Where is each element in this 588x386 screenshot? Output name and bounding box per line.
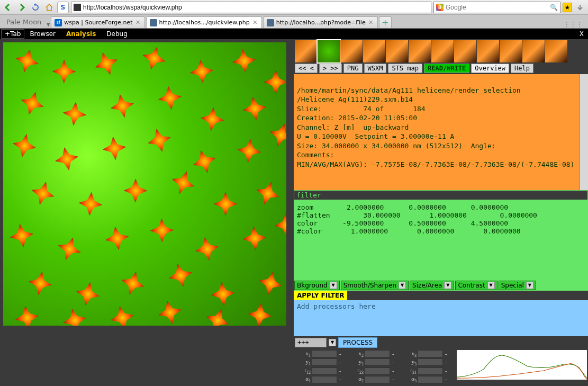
param-y3-label: y3 — [401, 358, 417, 366]
overview-button[interactable]: Overview — [471, 64, 509, 73]
app-menubar: +Tab Browser Analysis Debug X — [0, 29, 588, 39]
readwrite-button[interactable]: READ/WRITE — [424, 64, 469, 73]
chevron-down-icon: ▼ — [444, 282, 451, 289]
param-y2-input[interactable] — [365, 358, 390, 366]
param-y1-input[interactable] — [312, 358, 337, 366]
param-a3-input[interactable] — [418, 376, 443, 383]
chevron-down-icon: ▼ — [487, 282, 495, 289]
thumbnail[interactable] — [545, 40, 567, 62]
thumbnail[interactable] — [431, 40, 454, 62]
thumbnail[interactable] — [454, 40, 476, 62]
param-x3-input[interactable] — [418, 350, 443, 357]
thumbnail-selected[interactable] — [318, 40, 340, 62]
param-x2-input[interactable] — [365, 350, 390, 357]
thumbnail-row — [294, 39, 588, 62]
home-button[interactable] — [43, 2, 55, 13]
menu-debug[interactable]: Debug — [101, 29, 132, 39]
tab-quickview[interactable]: http://localhos.../quickview.php ✕ — [146, 16, 262, 28]
info-size: Size: 34.000000 x 34.000000 nm (512x512)… — [297, 142, 496, 150]
contrast-dropdown[interactable]: Contrast▼ — [455, 281, 497, 290]
param-r23-input[interactable] — [365, 367, 390, 375]
param-r12-input[interactable] — [312, 367, 337, 375]
search-icon[interactable]: 🔍 — [550, 4, 558, 11]
param-a2-input[interactable] — [365, 376, 390, 383]
param-y3-input[interactable] — [418, 358, 443, 366]
plus-input[interactable] — [295, 338, 327, 347]
tab-close-icon[interactable]: ✕ — [368, 20, 374, 26]
thumbnail[interactable] — [477, 40, 499, 62]
back-button[interactable] — [2, 2, 14, 13]
dropdown-row: Bkground▼ Smooth/Sharpen▼ Size/Area▼ Con… — [294, 280, 588, 291]
nav-back-button[interactable]: << < — [295, 64, 318, 73]
param-x1-input[interactable] — [312, 350, 337, 357]
new-tab-button[interactable]: + — [379, 16, 392, 28]
histogram[interactable] — [457, 350, 587, 380]
close-x-button[interactable]: X — [575, 29, 588, 39]
url-input[interactable] — [83, 4, 429, 11]
plus-row: ▼ PROCESS — [294, 336, 588, 349]
special-dropdown[interactable]: Special▼ — [499, 281, 536, 290]
info-slice: Slice: 74 of 184 — [297, 105, 426, 113]
help-button[interactable]: Help — [511, 64, 533, 73]
nav-button-row: << < > >> PNG WSXM STS map READ/WRITE Ov… — [294, 62, 588, 74]
nav-fwd-button[interactable]: > >> — [319, 64, 342, 73]
info-params: U = 0.10000V Setpoint = 3.00000e-11 A — [297, 132, 454, 140]
png-button[interactable]: PNG — [343, 64, 363, 73]
wsxm-button[interactable]: WSXM — [364, 64, 387, 73]
sts-map-button[interactable]: STS map — [388, 64, 422, 73]
param-a2-label: α2 — [348, 375, 364, 383]
stm-image[interactable] — [3, 42, 286, 326]
plus-tab-button[interactable]: +Tab — [1, 29, 24, 39]
param-a3-label: α3 — [401, 375, 417, 383]
bookmark-star-icon[interactable]: ★ — [563, 3, 572, 12]
reload-button[interactable] — [30, 2, 41, 13]
local-favicon-icon — [150, 19, 157, 26]
thumbnail[interactable] — [340, 40, 363, 62]
bkground-dropdown[interactable]: Bkground▼ — [294, 281, 340, 290]
url-bar[interactable] — [71, 2, 431, 13]
smooth-dropdown[interactable]: Smooth/Sharpen▼ — [341, 281, 409, 290]
param-r23-label: r23 — [348, 367, 364, 375]
info-path: /home/martin/sync/data/Ag111_helicene/re… — [297, 86, 521, 94]
chevron-down-icon[interactable]: ▼ — [329, 339, 336, 346]
tab-close-icon[interactable]: ✕ — [252, 20, 258, 26]
thumbnail[interactable] — [409, 40, 431, 62]
thumbnail[interactable] — [295, 40, 317, 62]
tab-file[interactable]: http://localho...php?mode=File ✕ — [263, 16, 378, 28]
workspace: << < > >> PNG WSXM STS map READ/WRITE Ov… — [0, 39, 588, 386]
thumbnail[interactable] — [522, 40, 545, 62]
menu-analysis[interactable]: Analysis — [61, 29, 101, 39]
tab-close-icon[interactable]: ✕ — [135, 20, 141, 26]
thumbnail[interactable] — [363, 40, 385, 62]
tab-label: http://localhos.../quickview.php — [159, 19, 250, 26]
search-input[interactable] — [446, 4, 548, 11]
filter-body[interactable]: zoom 2.0000000 0.0000000 0.0000000 #flat… — [294, 200, 588, 280]
processor-area[interactable]: Add processors here — [294, 300, 588, 336]
info-panel: /home/martin/sync/data/Ag111_helicene/re… — [294, 74, 588, 190]
download-arrow-icon[interactable] — [574, 2, 586, 13]
search-box[interactable]: 8 🔍 — [433, 2, 560, 13]
dropdown-icon[interactable]: ▾ — [47, 21, 50, 28]
left-panel — [0, 39, 294, 386]
param-r31-input[interactable] — [418, 367, 443, 375]
param-x1-label: x1 — [295, 350, 311, 358]
params-col3: x3- y3- r31- α3- — [401, 350, 453, 384]
apply-filter-button[interactable]: APPLY FILTER — [294, 291, 347, 300]
param-y2-label: y2 — [348, 358, 364, 366]
tab-sourceforge[interactable]: sf wspa | SourceForge.net ✕ — [51, 16, 144, 28]
tab-label: http://localho...php?mode=File — [276, 19, 366, 26]
sf-favicon-icon: sf — [55, 19, 62, 26]
scrollbar[interactable] — [580, 74, 588, 190]
param-a1-input[interactable] — [312, 376, 337, 383]
info-comments: Comments: — [297, 151, 334, 159]
process-button[interactable]: PROCESS — [338, 337, 377, 348]
info-channel: Channel: Z [m] up-backward — [297, 123, 409, 131]
browser-toolbar: S 8 🔍 ★ — [0, 0, 588, 15]
thumbnail[interactable] — [386, 40, 408, 62]
s-button[interactable]: S — [57, 2, 69, 13]
param-y1-label: y1 — [295, 358, 311, 366]
thumbnail[interactable] — [500, 40, 522, 62]
forward-button[interactable] — [16, 2, 28, 13]
menu-browser[interactable]: Browser — [24, 29, 61, 39]
size-dropdown[interactable]: Size/Area▼ — [410, 281, 454, 290]
